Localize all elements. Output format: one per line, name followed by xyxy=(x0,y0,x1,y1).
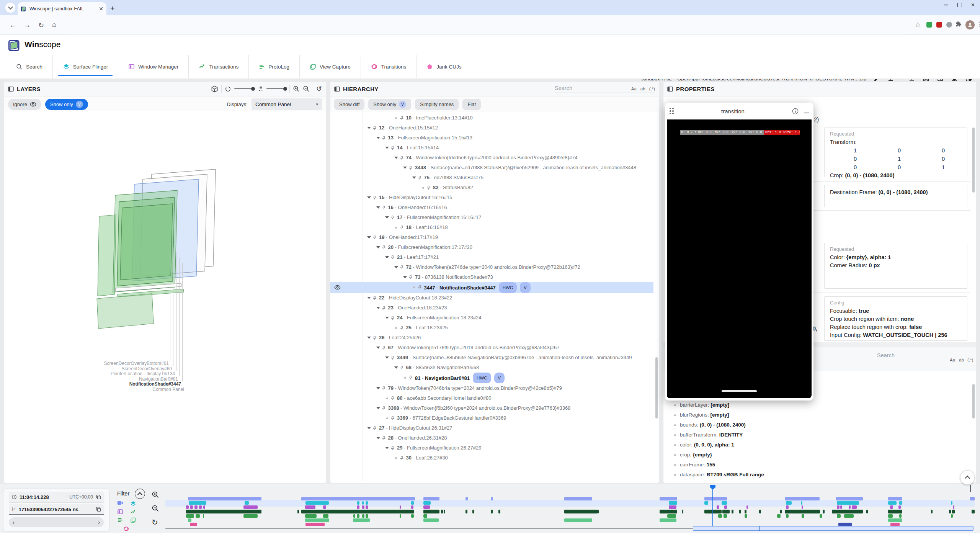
back-icon[interactable]: ← xyxy=(9,21,16,29)
pin-icon[interactable] xyxy=(400,323,406,333)
reload-icon[interactable]: ↻ xyxy=(38,21,44,29)
protolog-track-segment[interactable] xyxy=(411,514,414,518)
extensions-puzzle-icon[interactable] xyxy=(956,21,962,28)
match-word-toggle[interactable]: ab xyxy=(959,358,964,362)
protolog-track-segment[interactable] xyxy=(888,514,893,518)
tab-view-capture[interactable]: View Capture xyxy=(299,55,361,78)
tree-node-21[interactable]: 21 - Leaf:17:17#21 xyxy=(330,252,653,262)
pin-icon[interactable] xyxy=(418,282,424,292)
expand-arrow-icon[interactable] xyxy=(376,387,380,389)
property-bounds[interactable]: bounds: (0, 0) - (1080, 2400) xyxy=(673,420,970,430)
minimize-icon[interactable] xyxy=(944,5,948,5)
transitions-track-segment[interactable] xyxy=(890,523,900,526)
window-manager-track-segment[interactable] xyxy=(717,505,719,509)
protolog-track-segment[interactable] xyxy=(667,514,676,518)
expand-arrow-icon[interactable] xyxy=(394,366,398,369)
zoom-out-icon[interactable] xyxy=(152,505,159,512)
pin-icon[interactable] xyxy=(418,173,424,183)
layers-3d-canvas[interactable]: ScreenDecorOverlayBottom#61ScreenDecorOv… xyxy=(4,111,326,483)
show-diff-toggle[interactable]: Show diff xyxy=(334,99,364,110)
surface-flinger-track-segment[interactable] xyxy=(899,501,902,505)
spacing-slider[interactable] xyxy=(266,88,286,89)
surface-flinger-track-segment[interactable] xyxy=(837,501,859,505)
tree-node-19[interactable]: 19 - OneHanded:17:17#19 xyxy=(330,232,653,242)
expand-arrow-icon[interactable] xyxy=(376,347,380,349)
next-frame-icon[interactable]: › xyxy=(98,519,100,525)
transitions-icon[interactable] xyxy=(123,525,129,531)
pin-icon[interactable] xyxy=(400,262,406,272)
pin-icon[interactable] xyxy=(382,303,388,313)
surface-flinger-track-segment[interactable] xyxy=(669,501,677,505)
tab-protolog[interactable]: ProtoLog xyxy=(248,55,299,78)
collapse-panel-icon[interactable] xyxy=(667,86,673,92)
tree-node-17[interactable]: 17 - FullscreenMagnification:16:16#17 xyxy=(330,213,653,222)
transactions-icon[interactable] xyxy=(130,508,136,515)
property-crop[interactable]: crop: {empty} xyxy=(673,450,970,460)
tree-node-74[interactable]: 74 - WindowToken{fdddbe6 type=2000 andro… xyxy=(330,153,653,163)
tree-node-10[interactable]: 10 - ImePlaceholder:13:14#10 xyxy=(330,113,653,123)
tree-node-26[interactable]: 26 - Leaf:24:25#26 xyxy=(330,333,653,343)
tree-node-24[interactable]: 24 - FullscreenMagnification:18:23#24 xyxy=(330,313,653,323)
surface-flinger-track-segment[interactable] xyxy=(411,501,414,505)
tree-node-68[interactable]: 68 - 885b63e NavigationBar0#68 xyxy=(330,363,653,373)
pin-icon[interactable] xyxy=(400,222,406,232)
screen-recording-track-segment[interactable] xyxy=(423,497,439,500)
screen-recording-track-segment[interactable] xyxy=(836,497,863,500)
pin-icon[interactable] xyxy=(408,163,415,173)
protolog-track-segment[interactable] xyxy=(786,514,789,518)
tab-transitions[interactable]: Transitions xyxy=(361,55,416,78)
view-capture-track-segment[interactable] xyxy=(305,518,329,522)
expand-arrow-icon[interactable] xyxy=(367,297,371,299)
screen-recording-track-segment[interactable] xyxy=(704,497,727,500)
window-manager-track-segment[interactable] xyxy=(837,505,840,509)
window-manager-track-segment[interactable] xyxy=(357,505,359,509)
expand-arrow-icon[interactable] xyxy=(367,427,371,429)
pin-icon[interactable] xyxy=(382,343,388,353)
tree-node-29[interactable]: 29 - FullscreenMagnification:26:27#29 xyxy=(330,443,653,453)
surface-flinger-track-segment[interactable] xyxy=(366,501,368,505)
protolog-track-segment[interactable] xyxy=(203,514,204,518)
transactions-track-segment[interactable] xyxy=(660,510,677,513)
properties-scrollbar[interactable] xyxy=(972,384,975,419)
window-manager-track-segment[interactable] xyxy=(411,505,413,509)
tab-transactions[interactable]: Transactions xyxy=(188,55,248,78)
pin-icon[interactable] xyxy=(390,393,397,403)
expand-arrow-icon[interactable] xyxy=(385,356,389,359)
ignore-toggle[interactable]: Ignore xyxy=(8,99,41,110)
protolog-track-segment[interactable] xyxy=(745,514,747,518)
expand-arrow-icon[interactable] xyxy=(376,437,380,439)
transitions-track-segment[interactable] xyxy=(838,523,852,526)
tab-close-icon[interactable]: ✕ xyxy=(99,6,103,11)
window-manager-track-segment[interactable] xyxy=(203,505,205,509)
minimize-dialog-icon[interactable] xyxy=(804,113,809,113)
protolog-track-segment[interactable] xyxy=(951,514,953,518)
protolog-track-segment[interactable] xyxy=(423,514,427,518)
view-capture-track-segment[interactable] xyxy=(423,518,439,522)
window-manager-track-segment[interactable] xyxy=(199,505,202,509)
expand-arrow-icon[interactable] xyxy=(385,317,389,319)
tree-node-81[interactable]: 81 - NavigationBar0#81HWCV xyxy=(330,373,653,383)
transactions-track-segment[interactable] xyxy=(472,510,474,513)
frame-stepper[interactable]: ‹ › xyxy=(9,517,104,527)
transactions-track-segment[interactable] xyxy=(832,510,863,513)
displays-dropdown[interactable]: Common Panel▾ xyxy=(252,98,322,110)
show-only-v-toggle[interactable]: Show only V xyxy=(45,99,88,110)
protolog-track-segment[interactable] xyxy=(243,514,258,518)
pin-icon[interactable] xyxy=(372,193,379,203)
protolog-track-segment[interactable] xyxy=(196,514,200,518)
transactions-track-segment[interactable] xyxy=(301,510,414,513)
property-currFrame[interactable]: currFrame: 155 xyxy=(673,460,970,470)
pin-icon[interactable] xyxy=(382,133,388,143)
window-manager-track-segment[interactable] xyxy=(746,505,748,509)
tree-node-75[interactable]: 75 - ed70f88 StatusBar#75 xyxy=(330,173,653,183)
properties-scrollbar[interactable] xyxy=(972,128,975,193)
view-capture-track-segment[interactable] xyxy=(353,518,370,522)
pin-icon[interactable] xyxy=(390,313,397,323)
property-bufferTransform[interactable]: bufferTransform: IDENTITY xyxy=(673,430,970,440)
extension-icon[interactable] xyxy=(946,22,952,28)
surface-flinger-icon[interactable] xyxy=(130,500,136,506)
zoom-in-icon[interactable] xyxy=(152,491,159,499)
pin-icon[interactable] xyxy=(372,333,379,343)
pin-icon[interactable] xyxy=(372,293,379,303)
surface-flinger-track-segment[interactable] xyxy=(245,501,249,505)
